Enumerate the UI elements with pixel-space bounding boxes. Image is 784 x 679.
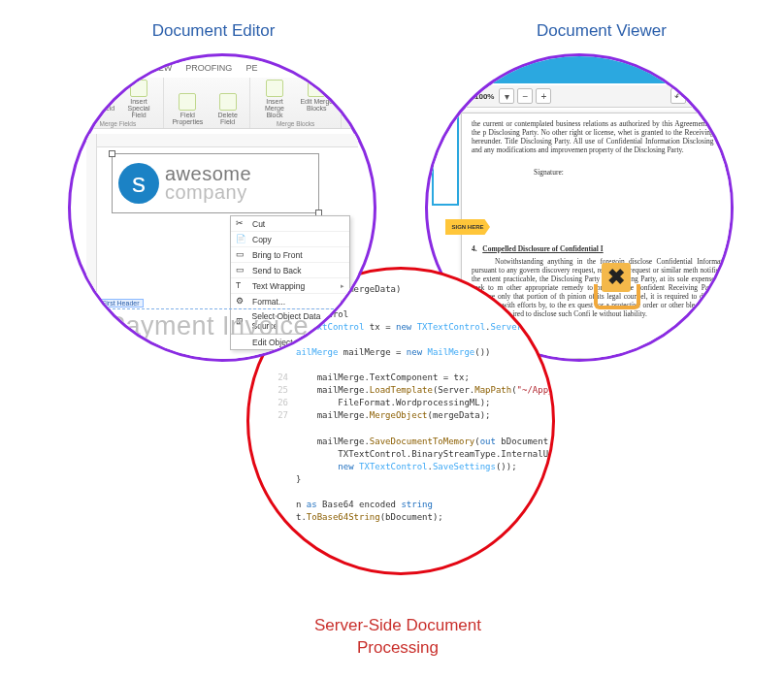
company-logo-icon: s [118, 163, 159, 204]
code-line: 26 FileFormat.WordprocessingML); [267, 397, 546, 409]
viewer-toolbar: ▦ ▤ 100% ▾ − + ↶ ↷ 🖶 [428, 85, 731, 108]
context-menu-item[interactable]: ⚙Format...▸ [231, 294, 349, 309]
selected-image-object[interactable]: s awesome company [112, 153, 319, 213]
ribbon-group: Insert Merge FieldInsert Special FieldMe… [73, 78, 164, 128]
ribbon-button[interactable]: Insert Merge Block [256, 80, 292, 118]
context-menu-item[interactable]: ✂Cut [231, 216, 349, 232]
code-line: t.ToBase64String(bDocument); [267, 511, 546, 524]
code-line [267, 359, 546, 372]
code-line: 25 mailMerge.LoadTemplate(Server.MapPath… [267, 384, 546, 397]
ribbon-button[interactable]: D [347, 100, 365, 125]
signature-tray-icon [594, 284, 640, 309]
ribbon-button[interactable]: Delete Field [212, 93, 244, 125]
ribbon-tab[interactable]: PE [240, 60, 263, 78]
ribbon-group: D [342, 78, 372, 128]
signature-field[interactable]: ✖ [588, 259, 646, 313]
title-viewer: Document Viewer [475, 21, 728, 41]
ribbon-button[interactable]: Insert Merge Field [79, 80, 114, 118]
code-line [267, 334, 546, 346]
ribbon-button[interactable]: Edit Merge Blocks [299, 80, 335, 118]
undo-icon[interactable]: ↶ [670, 88, 686, 104]
ribbon-button[interactable]: Insert Special Field [120, 80, 156, 118]
ribbon: Insert Merge FieldInsert Special FieldMe… [73, 78, 372, 129]
logo-text-2: company [165, 183, 251, 202]
code-line: 27 mailMerge.MergeObject(mergeData); [267, 409, 546, 422]
code-line: ailMerge mailMerge = new MailMerge()) [267, 346, 546, 359]
ribbon-button[interactable]: Field Properties [170, 93, 206, 125]
redo-icon[interactable]: ↷ [689, 88, 704, 104]
editor-page: s awesome company ✂Cut📄Copy▭Bring to Fro… [86, 134, 358, 359]
signature-label: Signature: [534, 168, 732, 177]
horizontal-ruler [96, 134, 358, 147]
ribbon-tab[interactable]: PROOFING [180, 60, 238, 78]
code-line: TXTextControl.BinaryStreamType.InternalU… [267, 448, 546, 461]
zoom-out-icon[interactable]: − [517, 88, 533, 104]
code-line: mailMerge.SaveDocumentToMemory(out bDocu… [267, 436, 546, 448]
header-tag: First Header [98, 299, 144, 307]
toolbar-button[interactable]: ▦ [436, 88, 451, 104]
context-menu-item[interactable]: TText Wrapping▸ [231, 278, 349, 294]
context-menu-item[interactable]: ▭Bring to Front [231, 247, 349, 263]
sign-here-callout[interactable]: SIGN HERE [445, 219, 490, 235]
toolbar-button[interactable]: ▾ [499, 88, 514, 104]
header-boundary [98, 308, 358, 309]
page-thumbnail[interactable] [432, 114, 459, 206]
code-line: new TXTextControl.SaveSettings()); [267, 461, 546, 473]
invoice-title: Payment Invoice [108, 311, 309, 341]
ribbon-group: Field PropertiesDelete Field [164, 78, 251, 128]
code-line: 24 mailMerge.TextComponent = tx; [267, 372, 546, 384]
doc-paragraph: the current or contemplated business rel… [472, 119, 732, 154]
viewer-titlebar [428, 56, 731, 83]
arrow-shape-icon [108, 357, 143, 362]
zoom-level[interactable]: 100% [473, 92, 496, 101]
print-icon[interactable]: 🖶 [707, 88, 723, 104]
context-menu-item[interactable]: 📄Copy [231, 232, 349, 247]
title-server: Server-Side DocumentProcessing [272, 615, 524, 660]
zoom-in-icon[interactable]: + [536, 88, 551, 104]
section-heading: 4. Compelled Disclosure of Confidential … [472, 244, 732, 253]
code-line [267, 423, 546, 436]
ribbon-tab[interactable]: VIEW [144, 60, 178, 78]
code-line: n as Base64 encoded string [267, 499, 546, 511]
context-menu-item[interactable]: ▭Send to Back [231, 263, 349, 278]
code-line: } [267, 473, 546, 486]
ribbon-tab[interactable]: REPORTING [79, 60, 142, 78]
ribbon-tabs: REPORTINGVIEWPROOFINGPE [79, 60, 366, 78]
editor-circle: REPORTINGVIEWPROOFINGPE Insert Merge Fie… [68, 53, 376, 362]
toolbar-button[interactable]: ▤ [454, 88, 470, 104]
title-editor: Document Editor [87, 21, 340, 41]
vertical-ruler [86, 134, 97, 359]
code-line [267, 486, 546, 499]
company-address: awesome company, LLC1 Awesome RoadN.C 28… [160, 357, 259, 362]
ribbon-group: Insert Merge BlockEdit Merge BlocksMerge… [250, 78, 342, 128]
